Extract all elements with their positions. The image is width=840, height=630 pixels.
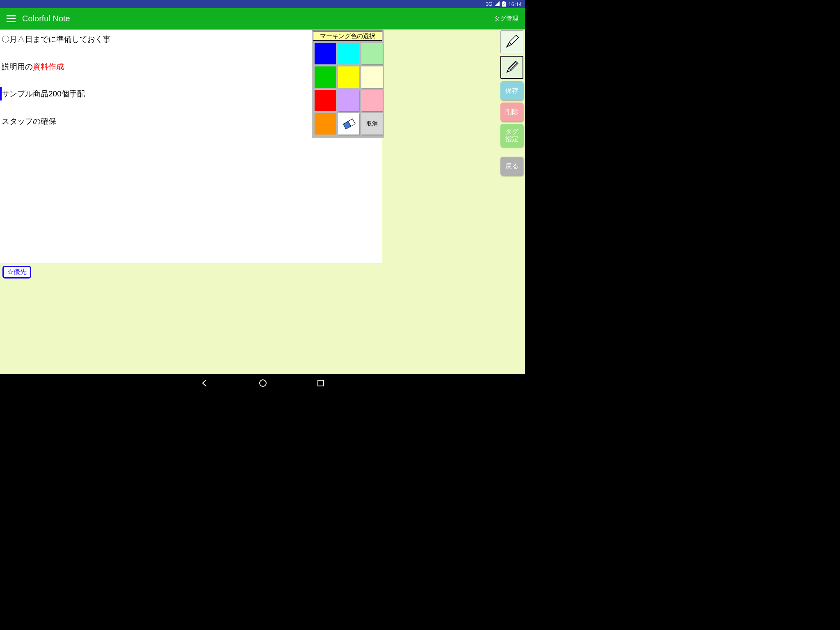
status-bar: 3G 16:14 xyxy=(0,0,525,8)
swatch-cyan[interactable] xyxy=(338,43,359,64)
swatch-pink[interactable] xyxy=(361,90,383,111)
eraser-button[interactable] xyxy=(338,113,359,135)
priority-tag[interactable]: ☆優先 xyxy=(2,266,31,278)
pencil-tool[interactable] xyxy=(500,56,523,79)
app-title: Colorful Note xyxy=(22,14,70,23)
back-button[interactable]: 戻る xyxy=(500,157,523,176)
side-toolbar: 保存 削除 タグ 指定 戻る xyxy=(500,30,523,176)
cancel-button[interactable]: 取消 xyxy=(361,113,383,135)
swatch-green[interactable] xyxy=(315,66,336,88)
svg-point-9 xyxy=(260,380,266,386)
tag-manage-action[interactable]: タグ管理 xyxy=(494,15,518,23)
tag-assign-button[interactable]: タグ 指定 xyxy=(500,124,523,147)
marker-icon xyxy=(502,32,521,51)
palette-title: マーキング色の選択 xyxy=(313,32,382,41)
clock: 16:14 xyxy=(508,1,522,7)
nav-bar xyxy=(0,374,525,394)
eraser-icon xyxy=(340,117,357,131)
save-button[interactable]: 保存 xyxy=(500,81,523,100)
menu-icon[interactable] xyxy=(7,15,16,22)
swatch-lightyellow[interactable] xyxy=(361,66,383,88)
svg-rect-1 xyxy=(503,1,504,2)
swatch-yellow[interactable] xyxy=(338,66,359,88)
svg-rect-4 xyxy=(509,35,519,45)
swatch-red[interactable] xyxy=(315,90,336,111)
network-indicator: 3G xyxy=(486,1,492,7)
signal-icon xyxy=(495,1,500,7)
swatch-orange[interactable] xyxy=(315,113,336,135)
nav-recent-icon[interactable] xyxy=(317,379,325,389)
content-area: 〇月△日までに準備しておく事 説明用の資料作成 サンプル商品200個手配 スタッ… xyxy=(0,29,525,374)
delete-button[interactable]: 削除 xyxy=(500,103,523,121)
color-palette: マーキング色の選択 取消 xyxy=(312,30,383,138)
swatch-blue[interactable] xyxy=(315,43,336,64)
highlighted-text: 資料作成 xyxy=(33,62,64,71)
marker-tool[interactable] xyxy=(500,30,523,53)
pencil-icon xyxy=(502,58,521,77)
swatch-lavender[interactable] xyxy=(338,90,359,111)
app-bar: Colorful Note タグ管理 xyxy=(0,8,525,29)
nav-back-icon[interactable] xyxy=(200,379,209,389)
battery-icon xyxy=(502,1,506,8)
nav-home-icon[interactable] xyxy=(258,379,267,389)
swatch-lightgreen[interactable] xyxy=(361,43,383,64)
svg-rect-10 xyxy=(318,380,324,386)
